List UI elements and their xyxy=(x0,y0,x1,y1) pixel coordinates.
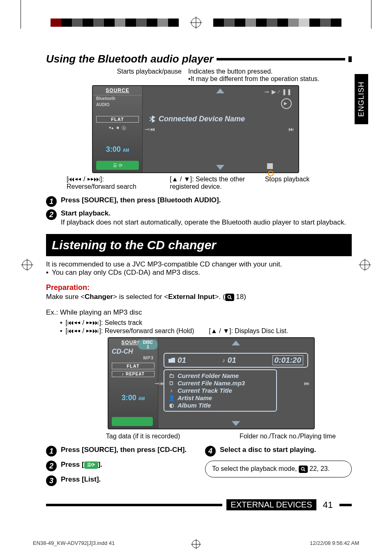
section-title-text: Using the Bluetooth audio player xyxy=(46,53,213,65)
intro-text: It is recommended to use a JVC MP3-compa… xyxy=(46,260,352,269)
bluetooth-icon xyxy=(150,116,155,123)
section-title-cdchanger: Listening to the CD changer xyxy=(46,234,352,256)
repeat-button: ♪ REPEAT xyxy=(112,371,154,377)
note-icon: ♪ xyxy=(222,357,225,364)
bt-line2: AUDIO xyxy=(93,102,142,108)
callout-tag-data: Tag data (if it is recorded) xyxy=(46,433,207,440)
step-2: 2 Start playback. If playback does not s… xyxy=(46,209,352,227)
callout-selects-device: [▲ / ▼]: Selects the other registered de… xyxy=(161,176,256,190)
language-tab: ENGLISH xyxy=(355,74,368,124)
skip-forward-icon: ⏭ xyxy=(304,380,310,387)
footer-date: 12/22/08 9:56:42 AM xyxy=(310,540,359,546)
bluetooth-steps: 1 Press [SOURCE], then press [Bluetooth … xyxy=(46,196,352,227)
disc-icon xyxy=(281,98,292,109)
playing-time: 0:01:20 xyxy=(272,355,304,365)
step-number-icon: 1 xyxy=(46,196,57,207)
album-icon: ◐ xyxy=(168,402,174,408)
step-number-icon: 2 xyxy=(46,461,57,471)
device-screen: SOURCE Bluetooth AUDIO FLAT ▾▴■ⓑ 3:00 AM… xyxy=(92,85,299,173)
step-4-text: Select a disc to start playing. xyxy=(220,446,352,454)
menu-button xyxy=(112,417,153,426)
artist-icon: 👤 xyxy=(168,395,174,401)
print-footer: EN38-49_KW-ADV792[J]3.indd 41 12/22/08 9… xyxy=(33,540,359,546)
step-1: 1 Press [SOURCE], then press [CD-CH]. xyxy=(46,446,193,456)
meta-box: 🗀Current Folder Name 🗋Current File Name.… xyxy=(164,369,277,412)
flat-button: FLAT xyxy=(112,363,154,369)
registration-mark-icon xyxy=(191,18,201,28)
preparation-line: Make sure <Changer> is selected for <Ext… xyxy=(46,293,352,301)
connected-device-name: Connected Device Name xyxy=(150,115,245,123)
screen-sidebar: SOURCE Bluetooth AUDIO FLAT ▾▴■ⓑ 3:00 AM… xyxy=(93,86,143,172)
step-4: 4 Select a disc to start playing. xyxy=(205,446,352,456)
menu-button: ☰⟳ xyxy=(96,161,139,170)
mp3-label: MP3 xyxy=(108,355,158,360)
registration-mark-icon xyxy=(348,260,382,270)
folder-name: Current Folder Name xyxy=(178,372,239,379)
callout-indicates: Indicates the button pressed. xyxy=(188,68,352,75)
step-2: 2 Press [☰⟳]. xyxy=(46,461,193,471)
down-arrow-icon xyxy=(232,421,240,426)
screen-main: ⊸⏮ ⏭ 01 ♪01 0:01:20 🗀Current Folder Name… xyxy=(158,338,314,429)
section-title-bluetooth: Using the Bluetooth audio player xyxy=(46,53,352,65)
clock: 3:00 AM xyxy=(108,377,158,402)
cdch-steps: 1 Press [SOURCE], then press [CD-CH]. 2 … xyxy=(46,446,352,490)
registration-mark-icon xyxy=(192,540,200,548)
svg-line-3 xyxy=(304,470,305,471)
step-3: 3 Press [List]. xyxy=(46,475,193,486)
album-title: Album Title xyxy=(178,402,211,409)
page-number: 41 xyxy=(321,500,335,510)
step-1-text: Press [SOURCE], then press [CD-CH]. xyxy=(61,446,193,454)
intro-bullet: You can play only CDs (CD-DA) and MP3 di… xyxy=(52,269,200,277)
footer-section-label: EXTERNAL DEVICES xyxy=(226,499,316,510)
step-number-icon: 4 xyxy=(205,446,216,456)
cdch-screen-figure: SOURCE DISC 1 CD-CH MP3 FLAT ♪ REPEAT 3:… xyxy=(108,337,315,429)
step-number-icon: 3 xyxy=(46,475,57,486)
file-icon: 🗋 xyxy=(168,380,174,386)
page: ENGLISH Using the Bluetooth audio player… xyxy=(0,0,392,556)
playback-mode-tip: To select the playback mode, 22, 23. xyxy=(205,461,352,477)
callout-folder-track-time: Folder no./Track no./Playing time xyxy=(207,433,352,440)
bullet-displays-disc-list: [▲ / ▼]: Displays Disc List. xyxy=(209,327,288,335)
stop-icon xyxy=(267,163,273,169)
skip-back-icon: ⊸⏮ xyxy=(145,126,155,132)
reference-icon xyxy=(225,294,234,301)
step-number-icon: 1 xyxy=(46,446,57,456)
up-arrow-icon xyxy=(232,341,240,345)
track-title: Current Track Title xyxy=(178,387,232,394)
step-3-text: Press [List]. xyxy=(61,475,193,484)
file-name: Current File Name.mp3 xyxy=(178,380,245,387)
example-line: Ex.: While playing an MP3 disc xyxy=(46,308,352,317)
bullet-reverse-forward-hold: [⏮◀◀ / ▶▶⏭]: Reverse/forward search (Hol… xyxy=(66,327,194,335)
registration-mark-icon xyxy=(10,260,44,270)
figure-bottom-callouts: Tag data (if it is recorded) Folder no./… xyxy=(46,433,352,440)
menu-button-icon: ☰⟳ xyxy=(84,461,98,469)
folder-number: 01 xyxy=(178,356,186,365)
skip-forward-icon: ⏭ xyxy=(288,126,294,132)
play-pause-indicator: ⊸▶∕❚❚ xyxy=(264,88,292,95)
note-icon: ♪ xyxy=(168,387,174,394)
step-2-sub: If playback does not start automatically… xyxy=(61,218,352,227)
clock: 3:00 AM xyxy=(93,131,142,154)
callout-indicates-sub: It may be different from the operation s… xyxy=(191,75,320,82)
artist-name: Artist Name xyxy=(178,394,212,401)
track-number: 01 xyxy=(228,356,236,365)
callout-stops-playback: Stops playback xyxy=(265,176,352,190)
svg-line-1 xyxy=(230,298,232,299)
source-label: SOURCE xyxy=(93,86,142,95)
top-callouts: Starts playback/pause Indicates the butt… xyxy=(46,68,352,83)
folder-icon xyxy=(168,358,175,363)
flat-button: FLAT xyxy=(96,116,139,123)
screen-main: ⊸▶∕❚❚ Connected Device Name ⊸⏮ ⏭ xyxy=(142,86,298,172)
callout-starts-playback: Starts playback/pause xyxy=(46,68,182,83)
bullet-selects-track: [⏮◀◀ / ▶▶⏭]: Selects track xyxy=(66,319,143,327)
footer-file: EN38-49_KW-ADV792[J]3.indd 41 xyxy=(33,540,115,546)
footer-rule: EXTERNAL DEVICES 41 xyxy=(46,499,352,510)
title-rule xyxy=(217,58,345,60)
info-row: 01 ♪01 0:01:20 xyxy=(164,353,308,368)
preparation-heading: Preparation: xyxy=(46,283,352,292)
bt-line1: Bluetooth xyxy=(93,95,142,102)
step-2-text: Press [☰⟳]. xyxy=(61,461,193,469)
step-1-text: Press [SOURCE], then press [Bluetooth AU… xyxy=(61,196,352,204)
disc-badge: DISC 1 xyxy=(138,340,158,350)
step-2-text: Start playback. xyxy=(61,209,352,218)
